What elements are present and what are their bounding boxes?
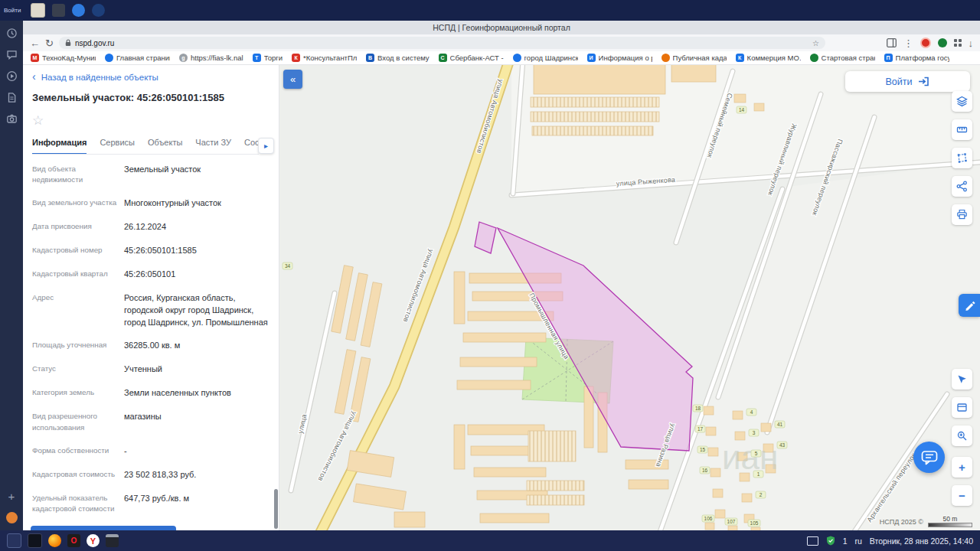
map-canvas[interactable]: иан улица Автомобилистов улица Автомобил… <box>279 65 980 530</box>
history-clock-icon[interactable] <box>6 28 18 39</box>
favorite-star-icon[interactable]: ☆ <box>32 112 44 129</box>
favicon: В <box>366 54 374 62</box>
reload-icon[interactable]: ↻ <box>45 38 54 48</box>
bookmark-item[interactable]: ППлатформа госуд <box>884 54 949 62</box>
svg-text:14: 14 <box>739 107 745 112</box>
camera-icon[interactable] <box>6 113 18 125</box>
favicon: П <box>884 54 893 62</box>
favicon <box>810 54 818 62</box>
profile-avatar[interactable] <box>920 37 931 48</box>
favicon: M <box>31 54 39 62</box>
bookmark-item[interactable]: Стартовая стран <box>810 54 875 62</box>
bookmark-item[interactable]: ВВход в систему <box>366 54 430 62</box>
system-tray: 1 ru Вторник, 28 янв 2025, 14:40 <box>807 536 973 546</box>
tabs-scroll-right-button[interactable]: ▸ <box>258 138 274 154</box>
object-info-panel: ‹ Назад в найденные объекты Земельный уч… <box>23 65 279 530</box>
svg-text:16: 16 <box>702 468 708 473</box>
tab-information[interactable]: Информация <box>32 138 87 155</box>
apps-grid-icon[interactable] <box>954 39 962 47</box>
language-indicator[interactable]: ru <box>854 536 861 546</box>
area-select-button[interactable] <box>952 148 972 168</box>
firefox-icon[interactable] <box>48 534 61 547</box>
back-icon[interactable]: ← <box>30 38 40 48</box>
attribute-row: Площадь уточненная36285.00 кв. м <box>32 334 268 358</box>
chevron-left-icon: ‹ <box>32 73 36 81</box>
tab-objects[interactable]: Объекты <box>148 138 182 154</box>
svg-text:18: 18 <box>695 406 701 411</box>
layers-button[interactable] <box>952 91 972 112</box>
plus-icon[interactable]: + <box>8 491 15 502</box>
bookmark-item[interactable]: ghttps://fias-lk.nal <box>179 54 243 62</box>
share-button[interactable] <box>952 176 972 197</box>
bookmark-star-icon[interactable]: ☆ <box>812 39 819 47</box>
file-icon[interactable] <box>6 92 18 103</box>
bookmark-item[interactable]: ССбербанк-АСТ - <box>439 54 504 62</box>
zoom-in-button[interactable]: + <box>952 457 972 478</box>
panel-collapse-button[interactable]: « <box>283 70 302 89</box>
side-panel-icon[interactable] <box>887 38 897 47</box>
svg-text:1: 1 <box>757 471 760 477</box>
svg-text:34: 34 <box>285 263 291 269</box>
print-button[interactable] <box>952 204 972 225</box>
yandex-browser-icon[interactable]: Y <box>87 534 100 547</box>
orange-app-icon[interactable] <box>6 512 18 523</box>
bookmark-item[interactable]: Публичная кадас <box>662 54 727 62</box>
clock[interactable]: Вторник, 28 янв 2025, 14:40 <box>870 536 973 546</box>
sidebar-scrollbar[interactable] <box>274 489 278 529</box>
favicon <box>662 54 670 62</box>
tray-shield-icon[interactable] <box>826 536 835 546</box>
address-bar[interactable]: nspd.gov.ru ☆ <box>59 37 825 49</box>
tray-notification-count[interactable]: 1 <box>843 536 848 546</box>
terminal-window-icon[interactable] <box>106 534 119 547</box>
chat-fab-button[interactable] <box>913 442 945 473</box>
svg-text:2: 2 <box>760 492 763 497</box>
bookmark-item[interactable]: К*КонсультантПлю <box>292 54 357 62</box>
extension-badge-icon[interactable] <box>938 38 947 47</box>
bookmark-item[interactable]: город Шадринск <box>513 54 578 62</box>
bookmark-item[interactable]: MТехноКад-Муниц <box>31 54 96 62</box>
remote-left-toolbar: + <box>0 21 23 530</box>
tab-parts[interactable]: Части ЗУ <box>195 138 231 154</box>
tab-services[interactable]: Сервисы <box>100 138 135 154</box>
blue-app-icon[interactable] <box>72 4 85 17</box>
red-browser-icon[interactable]: O <box>67 534 80 547</box>
login-button[interactable]: Войти <box>845 71 970 92</box>
measure-button[interactable] <box>952 119 972 140</box>
attribute-row: Кадастровая стоимость23 502 818,33 руб. <box>32 463 268 487</box>
dark-app-icon[interactable] <box>52 4 65 17</box>
zoom-out-button[interactable]: − <box>952 485 972 506</box>
svg-text:41: 41 <box>777 422 783 427</box>
chat-icon[interactable] <box>6 49 18 60</box>
map-area: иан улица Автомобилистов улица Автомобил… <box>279 65 980 530</box>
map-toolbar-top <box>952 91 972 225</box>
locate-button[interactable] <box>952 369 972 390</box>
favicon <box>513 54 521 62</box>
tab-composition[interactable]: Соста <box>244 138 259 154</box>
scale-label: 50 m <box>928 515 972 523</box>
zoom-to-area-button[interactable] <box>952 425 972 446</box>
bookmark-item[interactable]: ИИнформация о р <box>587 54 652 62</box>
play-icon[interactable] <box>6 70 18 82</box>
map-copyright: НСПД 2025 © <box>880 518 923 526</box>
download-icon[interactable]: ↓ <box>969 38 974 48</box>
window-app-icon[interactable] <box>7 533 21 548</box>
svg-text:17: 17 <box>697 426 704 432</box>
bookmark-item[interactable]: ККоммерция МО. <box>736 54 801 62</box>
screen: Войти + НСПД | Геоинформационный портал … <box>0 0 980 551</box>
browser-window: НСПД | Геоинформационный портал ← ↻ nspd… <box>23 21 980 530</box>
bookmark-item[interactable]: Главная страниц <box>105 54 170 62</box>
attribute-row: СтатусУчтенный <box>32 358 268 382</box>
tray-display-icon[interactable] <box>807 536 818 546</box>
terminal-icon[interactable] <box>28 533 42 548</box>
extent-button[interactable] <box>952 397 972 418</box>
screenshot-thumbnail-icon[interactable] <box>31 3 45 18</box>
globe-icon[interactable] <box>92 4 105 17</box>
attribute-row: Кадастровый номер45:26:050101:1585 <box>32 239 268 262</box>
os-taskbar: O Y 1 ru Вторник, 28 янв 2025, 14:40 <box>0 530 980 551</box>
feedback-pen-widget[interactable] <box>959 294 980 317</box>
kebab-menu-icon[interactable]: ⋮ <box>903 38 913 48</box>
back-to-results-link[interactable]: ‹ Назад в найденные объекты <box>32 73 279 82</box>
bookmark-item[interactable]: ТТорги <box>253 54 283 62</box>
svg-text:43: 43 <box>779 442 786 448</box>
attribute-row: Форма собственности- <box>32 439 268 463</box>
